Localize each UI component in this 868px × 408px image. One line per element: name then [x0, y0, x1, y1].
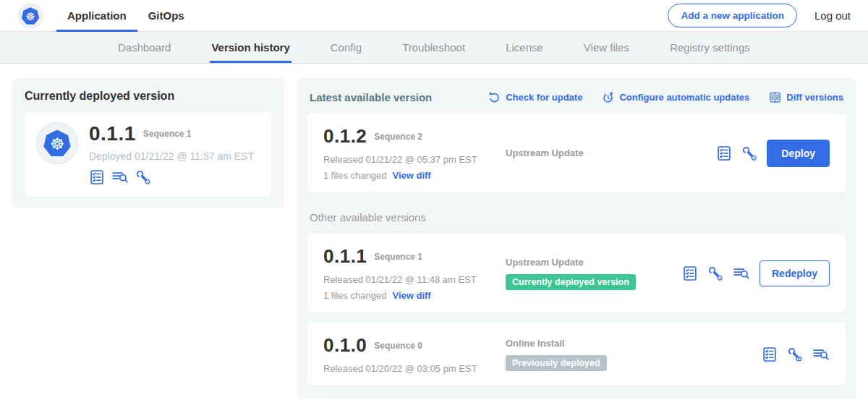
- sequence-label: Sequence 1: [374, 252, 422, 262]
- released-timestamp: Released 01/20/22 @ 03:05 pm EST: [323, 363, 504, 374]
- deployed-version-tile: 0.1.1 Sequence 1 Deployed 01/21/22 @ 11:…: [25, 112, 271, 197]
- subnav-view-files[interactable]: View files: [584, 32, 629, 63]
- app-tabs: Application GitOps: [56, 0, 195, 31]
- view-diff-link[interactable]: View diff: [392, 170, 430, 181]
- deployed-timestamp: Deployed 01/21/22 @ 11:57 am EST: [89, 150, 254, 162]
- sequence-label: Sequence 0: [374, 341, 422, 351]
- configure-automatic-updates-label: Configure automatic updates: [619, 92, 749, 103]
- edit-config-icon[interactable]: [741, 145, 757, 161]
- deploy-button[interactable]: Deploy: [767, 140, 830, 167]
- refresh-icon: [488, 91, 501, 103]
- version-history-panel: Latest available version Check for updat…: [297, 78, 856, 399]
- version-source-label: Upstream Update: [506, 257, 584, 268]
- clock-refresh-icon: [602, 91, 614, 103]
- kubernetes-logo: [18, 4, 43, 28]
- previously-deployed-badge: Previously deployed: [506, 355, 607, 371]
- view-config-icon[interactable]: [787, 347, 803, 362]
- version-number: 0.1.1: [323, 245, 367, 268]
- release-notes-icon[interactable]: [762, 347, 778, 362]
- main-content: Currently deployed version 0.1.1 Sequenc…: [0, 64, 868, 408]
- deployed-card-title: Currently deployed version: [25, 90, 271, 103]
- deploy-logs-icon[interactable]: [111, 169, 129, 185]
- release-notes-icon[interactable]: [682, 265, 698, 281]
- version-number: 0.1.2: [323, 125, 367, 148]
- logout-link[interactable]: Log out: [814, 9, 851, 22]
- edit-config-icon[interactable]: [707, 265, 723, 281]
- currently-deployed-badge: Currently deployed version: [506, 274, 636, 290]
- check-for-update-label: Check for update: [506, 92, 582, 103]
- subnav-license[interactable]: License: [506, 32, 543, 63]
- released-timestamp: Released 01/21/22 @ 05:37 pm EST: [323, 154, 504, 165]
- configure-automatic-updates-link[interactable]: Configure automatic updates: [602, 91, 749, 103]
- subnav-registry-settings[interactable]: Registry settings: [670, 32, 750, 63]
- version-source-label: Upstream Update: [506, 148, 584, 158]
- other-available-title: Other available versions: [310, 211, 846, 224]
- deploy-logs-icon[interactable]: [733, 265, 750, 281]
- sequence-label: Sequence 2: [374, 132, 422, 142]
- app-subnav: Dashboard Version history Config Trouble…: [0, 32, 868, 64]
- version-row-0-1-2: 0.1.2 Sequence 2 Released 01/21/22 @ 05:…: [307, 114, 846, 192]
- released-timestamp: Released 01/21/22 @ 11:48 am EST: [323, 274, 504, 285]
- version-number: 0.1.0: [323, 334, 367, 357]
- subnav-config[interactable]: Config: [331, 32, 362, 63]
- add-new-application-button[interactable]: Add a new application: [668, 4, 797, 27]
- deployed-sequence-label: Sequence 1: [143, 129, 192, 139]
- diff-versions-link[interactable]: Diff versions: [769, 91, 843, 103]
- files-changed-label: 1 files changed: [323, 290, 386, 301]
- view-diff-link[interactable]: View diff: [392, 290, 430, 301]
- deploy-logs-icon[interactable]: [812, 347, 830, 362]
- version-source-label: Online Install: [506, 338, 565, 349]
- version-row-0-1-1: 0.1.1 Sequence 1 Released 01/21/22 @ 11:…: [307, 234, 846, 313]
- diff-versions-label: Diff versions: [786, 92, 843, 103]
- currently-deployed-card: Currently deployed version 0.1.1 Sequenc…: [12, 78, 284, 208]
- release-notes-icon[interactable]: [89, 169, 105, 185]
- latest-available-title: Latest available version: [310, 91, 432, 103]
- tab-gitops[interactable]: GitOps: [137, 0, 195, 31]
- redeploy-button[interactable]: Redeploy: [760, 260, 830, 286]
- files-changed-label: 1 files changed: [323, 170, 386, 181]
- tab-application[interactable]: Application: [56, 0, 137, 31]
- subnav-dashboard[interactable]: Dashboard: [118, 32, 171, 63]
- deployed-version-number: 0.1.1: [89, 122, 136, 145]
- app-icon: [36, 122, 78, 164]
- check-for-update-link[interactable]: Check for update: [488, 91, 582, 103]
- subnav-troubleshoot[interactable]: Troubleshoot: [402, 32, 465, 63]
- top-bar: Application GitOps Add a new application…: [0, 0, 868, 32]
- edit-config-icon[interactable]: [135, 169, 151, 185]
- release-notes-icon[interactable]: [716, 145, 732, 161]
- diff-icon: [769, 91, 781, 103]
- subnav-version-history[interactable]: Version history: [211, 32, 289, 63]
- version-row-0-1-0: 0.1.0 Sequence 0 Released 01/20/22 @ 03:…: [307, 323, 846, 386]
